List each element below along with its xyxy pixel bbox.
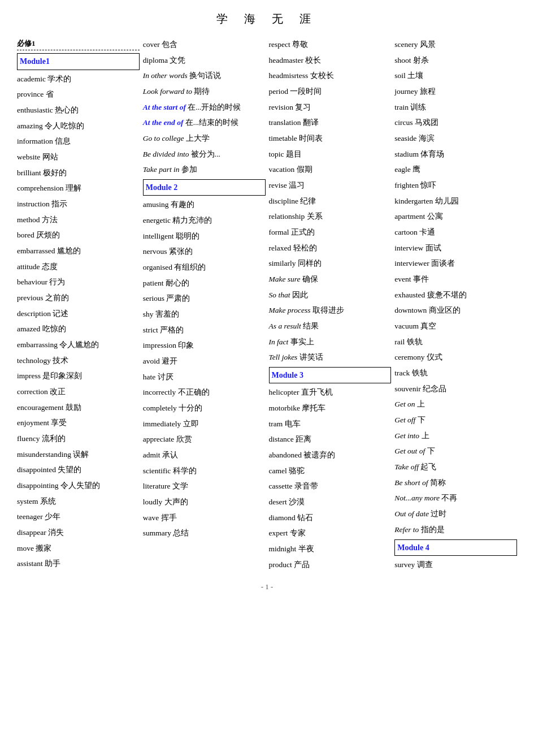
list-item: seaside 海滨 <box>394 131 517 146</box>
list-item: ceremony 仪式 <box>394 349 517 365</box>
list-item: fluency 流利的 <box>17 431 140 447</box>
list-item: description 记述 <box>17 306 140 322</box>
list-item: completely 十分的 <box>143 400 266 416</box>
list-item: literature 文学 <box>143 478 266 494</box>
list-item: track 铁轨 <box>394 365 517 381</box>
list-item: Be short of 简称 <box>394 475 517 491</box>
list-item: At the end of 在...结束的时候 <box>143 115 266 131</box>
list-item: cassette 录音带 <box>269 478 392 494</box>
list-item: Out of date 过时 <box>394 506 517 522</box>
list-item: wave 挥手 <box>143 510 266 526</box>
list-item: Not...any more 不再 <box>394 490 517 506</box>
list-item: behaviour 行为 <box>17 274 140 290</box>
list-item: Refer to 指的是 <box>394 522 517 538</box>
list-item: Tell jokes 讲笑话 <box>269 349 392 365</box>
list-item: disappear 消失 <box>17 525 140 541</box>
list-item: 必修1 <box>17 37 140 50</box>
list-item: bored 厌烦的 <box>17 227 140 243</box>
list-item: kindergarten 幼儿园 <box>394 193 517 209</box>
list-item: teenager 少年 <box>17 509 140 525</box>
page-number: - 1 - <box>17 582 517 591</box>
list-item: expert 专家 <box>269 525 392 541</box>
list-item: downtown 商业区的 <box>394 303 517 318</box>
list-item: Get off 下 <box>394 412 517 428</box>
list-item: attitude 态度 <box>17 259 140 275</box>
list-item: incorrectly 不正确的 <box>143 385 266 400</box>
list-item: headmaster 校长 <box>269 53 392 68</box>
column-4: scenery 风景shoot 射杀soil 土壤journey 旅程train… <box>394 37 517 572</box>
list-item: Look forward to 期待 <box>143 84 266 100</box>
list-item: souvenir 纪念品 <box>394 381 517 397</box>
list-item: respect 尊敬 <box>269 37 392 53</box>
list-item: headmisrtess 女校长 <box>269 68 392 84</box>
list-item: amusing 有趣的 <box>143 197 266 213</box>
list-item: discipline 纪律 <box>269 193 392 209</box>
list-item: frighten 惊吓 <box>394 178 517 193</box>
list-item: amazing 令人吃惊的 <box>17 118 140 134</box>
list-item: amazed 吃惊的 <box>17 321 140 337</box>
list-item: helicopter 直升飞机 <box>269 385 392 400</box>
list-item: interviewer 面谈者 <box>394 256 517 271</box>
list-item: serious 严肃的 <box>143 291 266 306</box>
list-item: Get into 上 <box>394 428 517 444</box>
list-item: comprehension 理解 <box>17 180 140 196</box>
list-item: technology 技术 <box>17 353 140 369</box>
list-item: intelligent 聪明的 <box>143 228 266 244</box>
list-item: summary 总结 <box>143 525 266 541</box>
list-item: disappointed 失望的 <box>17 462 140 478</box>
list-item: appreciate 欣赏 <box>143 431 266 447</box>
list-item: desert 沙漠 <box>269 494 392 510</box>
list-item: scenery 风景 <box>394 37 517 53</box>
list-item: At the start of 在...开始的时候 <box>143 100 266 115</box>
list-item: method 方法 <box>17 212 140 228</box>
list-item: scientific 科学的 <box>143 463 266 479</box>
content-area: 必修1Module1academic 学术的province 省enthusia… <box>17 37 517 572</box>
list-item: organised 有组织的 <box>143 260 266 275</box>
list-item: survey 调查 <box>394 557 517 573</box>
list-item: enthusiastic 热心的 <box>17 102 140 118</box>
list-item: Module1 <box>17 53 140 70</box>
list-item: period 一段时间 <box>269 84 392 100</box>
list-item: Make sure 确保 <box>269 271 392 287</box>
list-item: cover 包含 <box>143 37 266 53</box>
list-item: information 信息 <box>17 133 140 149</box>
list-item: revise 温习 <box>269 178 392 193</box>
list-item: loudly 大声的 <box>143 494 266 510</box>
list-item: academic 学术的 <box>17 71 140 87</box>
list-item: vacuum 真空 <box>394 318 517 334</box>
list-item: immediately 立即 <box>143 416 266 432</box>
list-item: correction 改正 <box>17 384 140 400</box>
page-title: 学 海 无 涯 <box>17 11 517 27</box>
list-item: midnight 半夜 <box>269 541 392 557</box>
list-item: previous 之前的 <box>17 290 140 306</box>
list-item: eagle 鹰 <box>394 162 517 178</box>
list-item: diamond 钻石 <box>269 510 392 526</box>
list-item: timetable 时间表 <box>269 131 392 146</box>
list-item: Be divided into 被分为... <box>143 146 266 162</box>
list-item: exhausted 疲惫不堪的 <box>394 287 517 303</box>
list-item: soil 土壤 <box>394 68 517 84</box>
column-3: respect 尊敬headmaster 校长headmisrtess 女校长p… <box>269 37 392 572</box>
list-item: Module 4 <box>394 539 517 556</box>
list-item: Module 3 <box>269 367 392 383</box>
list-item: assistant 助手 <box>17 556 140 572</box>
list-item: disappointing 令人失望的 <box>17 478 140 494</box>
list-item: enjoyment 享受 <box>17 415 140 431</box>
list-item: diploma 文凭 <box>143 53 266 68</box>
list-item: embarrassed 尴尬的 <box>17 243 140 259</box>
list-item: encouragement 鼓励 <box>17 400 140 416</box>
list-item: shy 害羞的 <box>143 306 266 322</box>
list-item: cartoon 卡通 <box>394 224 517 240</box>
list-item: apartment 公寓 <box>394 209 517 224</box>
list-item: distance 距离 <box>269 431 392 447</box>
list-item: similarly 同样的 <box>269 256 392 271</box>
list-item: Go to college 上大学 <box>143 131 266 146</box>
list-item: So that 因此 <box>269 287 392 303</box>
list-item: In fact 事实上 <box>269 334 392 350</box>
list-item: Get on 上 <box>394 396 517 412</box>
list-item: strict 严格的 <box>143 322 266 338</box>
list-item: province 省 <box>17 87 140 102</box>
column-2: cover 包含diploma 文凭In other words 换句话说Loo… <box>143 37 266 541</box>
list-item: shoot 射杀 <box>394 53 517 68</box>
list-item: In other words 换句话说 <box>143 68 266 84</box>
